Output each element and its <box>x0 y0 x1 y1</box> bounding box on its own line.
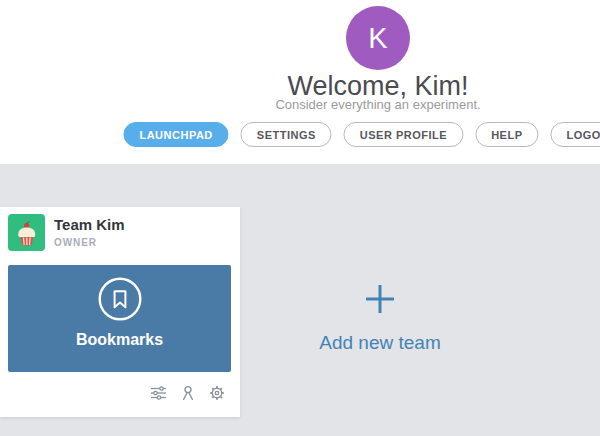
team-name: Team Kim <box>54 217 125 234</box>
teams-area: Team Kim OWNER Bookmarks <box>0 164 600 436</box>
person-icon <box>180 385 196 401</box>
nav-settings[interactable]: SETTINGS <box>241 122 332 147</box>
add-new-team-button[interactable]: Add new team <box>260 207 500 417</box>
nav-launchpad[interactable]: LAUNCHPAD <box>123 122 228 147</box>
welcome-subtitle: Consider everything an experiment. <box>275 97 480 112</box>
header: K Welcome, Kim! Consider everything an e… <box>0 0 600 164</box>
launchpad-page: K Welcome, Kim! Consider everything an e… <box>0 0 600 436</box>
bookmark-icon <box>97 276 143 322</box>
add-new-team-label: Add new team <box>319 332 440 354</box>
team-meta: Team Kim OWNER <box>54 214 125 251</box>
nav-user-profile[interactable]: USER PROFILE <box>344 122 463 147</box>
team-avatar[interactable] <box>8 214 45 251</box>
team-card-actions <box>150 385 225 401</box>
plus-icon <box>364 283 396 315</box>
gear-icon <box>209 385 225 401</box>
sliders-icon <box>150 385 167 401</box>
nav-help[interactable]: HELP <box>475 122 538 147</box>
team-members-button[interactable] <box>180 385 196 401</box>
avatar-letter: K <box>368 24 387 53</box>
main-nav: LAUNCHPAD SETTINGS USER PROFILE HELP LOG… <box>123 122 600 147</box>
bookmarks-tile-label: Bookmarks <box>76 331 163 349</box>
nav-logout[interactable]: LOGOUT <box>550 122 600 147</box>
team-role-badge: OWNER <box>54 237 125 248</box>
team-settings-button[interactable] <box>209 385 225 401</box>
team-card: Team Kim OWNER Bookmarks <box>0 207 240 417</box>
bookmarks-tile[interactable]: Bookmarks <box>8 265 231 372</box>
cupcake-icon <box>12 218 42 248</box>
team-card-header: Team Kim OWNER <box>8 214 125 251</box>
team-sliders-button[interactable] <box>150 385 167 401</box>
user-avatar[interactable]: K <box>346 6 410 70</box>
